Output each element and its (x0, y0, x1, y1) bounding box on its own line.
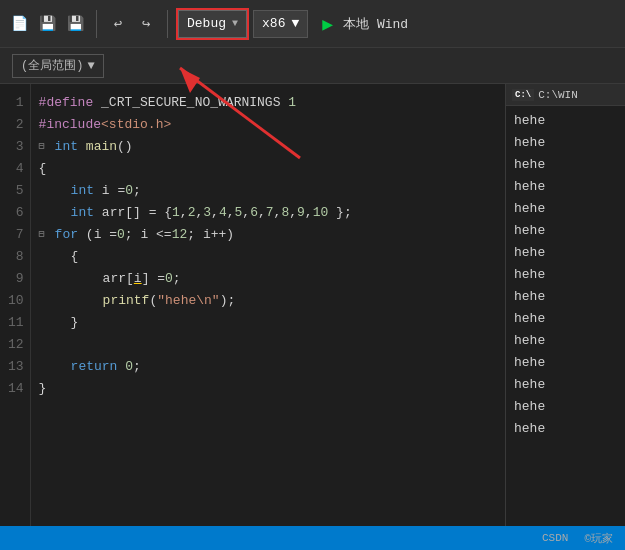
output-line-4: hehe (514, 176, 617, 198)
debug-label: Debug (187, 16, 226, 31)
output-line-8: hehe (514, 264, 617, 286)
debug-configuration-dropdown[interactable]: Debug ▼ (178, 10, 247, 38)
output-content: hehe hehe hehe hehe hehe hehe hehe hehe … (506, 106, 625, 444)
bottom-bar: CSDN ©玩家 (0, 526, 625, 550)
collapse-main[interactable]: ⊟ (39, 136, 51, 158)
scope-arrow: ▼ (87, 59, 94, 73)
output-header: C:\ C:\WIN (506, 84, 625, 106)
output-line-15: hehe (514, 418, 617, 440)
output-line-3: hehe (514, 154, 617, 176)
separator-2 (167, 10, 168, 38)
output-line-1: hehe (514, 110, 617, 132)
save-icon[interactable]: 💾 (36, 13, 58, 35)
scope-dropdown[interactable]: (全局范围) ▼ (12, 54, 104, 78)
undo-icon[interactable]: ↩ (107, 13, 129, 35)
new-file-icon[interactable]: 📄 (8, 13, 30, 35)
output-line-9: hehe (514, 286, 617, 308)
output-line-12: hehe (514, 352, 617, 374)
output-title: C:\WIN (538, 89, 578, 101)
output-line-11: hehe (514, 330, 617, 352)
output-line-14: hehe (514, 396, 617, 418)
platform-dropdown[interactable]: x86 ▼ (253, 10, 308, 38)
scope-bar: (全局范围) ▼ (0, 48, 625, 84)
editor-main: (全局范围) ▼ 1 2 3 4 5 6 7 8 9 10 11 12 13 1… (0, 48, 625, 550)
redo-icon[interactable]: ↪ (135, 13, 157, 35)
save-all-icon[interactable]: 💾 (64, 13, 86, 35)
console-icon: C:\ (512, 89, 534, 101)
run-button[interactable]: ▶ (322, 13, 333, 35)
toolbar: 📄 💾 💾 ↩ ↪ Debug ▼ x86 ▼ ▶ 本地 Wind (0, 0, 625, 48)
debug-dropdown-arrow: ▼ (232, 18, 238, 29)
output-line-10: hehe (514, 308, 617, 330)
author-label: ©玩家 (584, 531, 613, 546)
output-line-2: hehe (514, 132, 617, 154)
separator-1 (96, 10, 97, 38)
line-numbers: 1 2 3 4 5 6 7 8 9 10 11 12 13 14 (0, 84, 31, 550)
platform-label: x86 (262, 16, 285, 31)
scope-label: (全局范围) (21, 57, 83, 74)
output-panel: C:\ C:\WIN hehe hehe hehe hehe hehe hehe… (505, 84, 625, 550)
platform-dropdown-arrow: ▼ (291, 16, 299, 31)
output-line-5: hehe (514, 198, 617, 220)
editor-container: 1 2 3 4 5 6 7 8 9 10 11 12 13 14 #define… (0, 84, 625, 550)
output-line-7: hehe (514, 242, 617, 264)
output-line-6: hehe (514, 220, 617, 242)
csdn-label: CSDN (542, 532, 568, 544)
collapse-for[interactable]: ⊟ (39, 224, 51, 246)
local-debugger-label: 本地 Wind (343, 15, 408, 33)
output-line-13: hehe (514, 374, 617, 396)
